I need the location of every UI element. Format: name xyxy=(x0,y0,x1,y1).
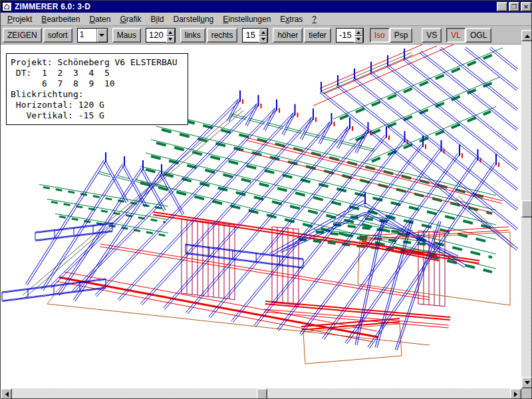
iso-toggle[interactable]: Iso xyxy=(370,28,390,43)
roof-drawing-icon xyxy=(2,2,12,11)
spin-down-icon xyxy=(168,38,172,43)
menu-item-darstellung[interactable]: Darstellung xyxy=(169,13,219,25)
menu-item-hilfe[interactable]: ? xyxy=(307,13,321,25)
horizontal-scrollbar[interactable] xyxy=(1,388,521,399)
minimize-icon: _ xyxy=(501,6,504,12)
ogl-toggle[interactable]: OGL xyxy=(466,28,491,43)
scroll-down-button[interactable] xyxy=(521,377,532,388)
spin-up-button[interactable] xyxy=(166,29,175,36)
arrow-right-icon xyxy=(514,392,520,397)
menu-item-projekt[interactable]: Projekt xyxy=(3,13,37,25)
spin-up-button[interactable] xyxy=(259,29,267,36)
spin-down-button[interactable] xyxy=(259,36,267,43)
menu-bar: Projekt Bearbeiten Daten Grafik Bild Dar… xyxy=(1,13,532,26)
layer-combobox-value: 1 xyxy=(78,29,96,42)
restore-button[interactable]: ❐ xyxy=(509,2,519,11)
spin-up-icon xyxy=(356,29,360,34)
step-spinner[interactable]: 15 xyxy=(242,28,268,43)
sofort-button[interactable]: sofort xyxy=(43,28,72,43)
app-window: ZIMMERER 6.0: 3-D _ ❐ × Projekt Bearbeit… xyxy=(0,0,532,399)
spin-up-button[interactable] xyxy=(354,29,363,36)
close-button[interactable]: × xyxy=(521,2,531,11)
vl-toggle[interactable]: VL xyxy=(446,28,466,43)
chevron-down-icon xyxy=(99,34,104,39)
menu-item-daten[interactable]: Daten xyxy=(84,13,115,25)
scroll-left-button[interactable] xyxy=(1,388,12,399)
restore-icon: ❐ xyxy=(511,4,517,10)
vertical-angle-spinner[interactable]: -15 xyxy=(336,28,364,43)
minimize-button[interactable]: _ xyxy=(497,2,507,11)
spin-down-icon xyxy=(356,38,360,43)
drawing-area[interactable]: Projekt: Schöneberg V6 ELSTERBAU DT: 1 2… xyxy=(1,45,521,388)
vertical-scrollbar[interactable] xyxy=(521,30,532,388)
menu-item-grafik[interactable]: Grafik xyxy=(115,13,146,25)
scrollbar-corner xyxy=(521,388,532,399)
arrow-left-icon xyxy=(3,392,9,397)
project-info-box: Projekt: Schöneberg V6 ELSTERBAU DT: 1 2… xyxy=(6,53,188,125)
menu-item-bild[interactable]: Bild xyxy=(146,13,168,25)
spin-up-icon xyxy=(168,29,172,34)
combobox-dropdown-button[interactable] xyxy=(96,29,107,42)
menu-item-extras[interactable]: Extras xyxy=(275,13,307,25)
spin-down-button[interactable] xyxy=(166,36,175,43)
arrow-up-icon xyxy=(525,32,530,38)
toolbar: ZEIGEN sofort 1 Maus 120 links rechts 15 xyxy=(1,26,532,45)
spin-down-button[interactable] xyxy=(354,36,363,43)
menu-item-einstellungen[interactable]: Einstellungen xyxy=(218,13,275,25)
spin-up-icon xyxy=(261,29,265,34)
vertical-angle-value[interactable]: -15 xyxy=(336,29,354,42)
layer-combobox[interactable]: 1 xyxy=(77,28,108,43)
links-button[interactable]: links xyxy=(180,28,205,43)
zeigen-button[interactable]: ZEIGEN xyxy=(3,28,42,43)
title-bar[interactable]: ZIMMERER 6.0: 3-D _ ❐ × xyxy=(1,1,532,13)
vs-toggle[interactable]: VS xyxy=(422,28,442,43)
scroll-up-button[interactable] xyxy=(521,30,532,41)
hoeher-button[interactable]: höher xyxy=(273,28,303,43)
rechts-button[interactable]: rechts xyxy=(207,28,238,43)
spin-down-icon xyxy=(261,38,265,43)
horizontal-angle-spinner[interactable]: 120 xyxy=(146,28,176,43)
scroll-right-button[interactable] xyxy=(510,388,521,399)
menu-item-bearbeiten[interactable]: Bearbeiten xyxy=(37,13,84,25)
close-icon: × xyxy=(523,4,529,10)
maus-button[interactable]: Maus xyxy=(112,28,141,43)
horizontal-angle-value[interactable]: 120 xyxy=(146,29,166,42)
step-value[interactable]: 15 xyxy=(243,29,259,42)
tiefer-button[interactable]: tiefer xyxy=(304,28,331,43)
vertical-scroll-thumb[interactable] xyxy=(521,200,532,217)
arrow-down-icon xyxy=(525,381,530,387)
window-title: ZIMMERER 6.0: 3-D xyxy=(15,1,90,13)
horizontal-scroll-thumb[interactable] xyxy=(257,388,267,399)
psp-toggle[interactable]: Psp xyxy=(390,28,413,43)
